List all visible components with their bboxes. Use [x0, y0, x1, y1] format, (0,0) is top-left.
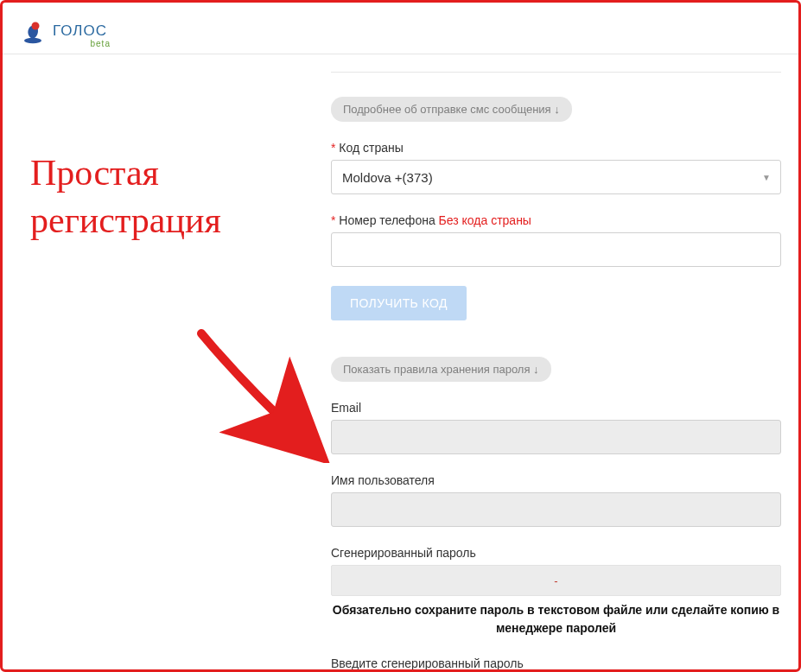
phone-field: * Номер телефона Без кода страны — [331, 213, 781, 267]
email-label: Email — [331, 401, 781, 415]
username-input[interactable] — [331, 492, 781, 527]
registration-form: Подробнее об отправке смс сообщения ↓ * … — [314, 70, 781, 672]
password-warning: Обязательно сохраните пароль в текстовом… — [331, 601, 781, 637]
generated-password-display: - — [331, 565, 781, 596]
generated-password-label: Сгенерированный пароль — [331, 546, 781, 560]
email-field: Email — [331, 401, 781, 454]
brand-name: ГОЛОС beta — [53, 22, 107, 40]
annotation-text: Простая регистрация — [20, 70, 314, 244]
logo-icon — [20, 18, 46, 44]
phone-label: * Номер телефона Без кода страны — [331, 213, 781, 227]
sms-info-pill[interactable]: Подробнее об отправке смс сообщения ↓ — [331, 97, 572, 122]
generated-password-field: Сгенерированный пароль - Обязательно сох… — [331, 546, 781, 637]
get-code-button[interactable]: ПОЛУЧИТЬ КОД — [331, 286, 467, 320]
country-code-label: * Код страны — [331, 141, 781, 155]
email-input[interactable] — [331, 420, 781, 454]
divider — [331, 72, 781, 73]
country-code-field: * Код страны Moldova +(373) ▼ — [331, 141, 781, 194]
annotation-overlay: Простая регистрация — [20, 70, 314, 672]
username-field: Имя пользователя — [331, 473, 781, 527]
country-code-select[interactable]: Moldova +(373) — [331, 160, 781, 194]
header: ГОЛОС beta — [3, 3, 798, 54]
brand-beta: beta — [90, 39, 110, 48]
phone-input[interactable] — [331, 232, 781, 267]
password-rules-pill[interactable]: Показать правила хранения пароля ↓ — [331, 357, 551, 382]
arrow-icon — [193, 325, 331, 463]
username-label: Имя пользователя — [331, 473, 781, 487]
svg-point-1 — [32, 22, 40, 29]
logo[interactable]: ГОЛОС beta — [20, 18, 107, 44]
enter-password-label: Введите сгенерированный пароль — [331, 656, 781, 670]
enter-password-field: Введите сгенерированный пароль — [331, 656, 781, 672]
